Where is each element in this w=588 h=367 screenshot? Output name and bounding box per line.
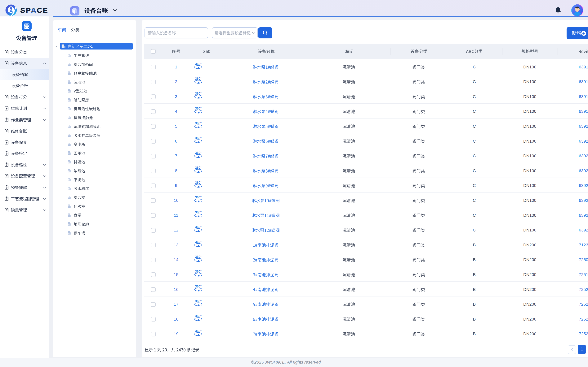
svg-text:360°: 360° [195,285,202,288]
svg-text:360°: 360° [195,299,202,303]
svg-text:S: S [10,8,12,12]
svg-text:360°: 360° [195,329,202,333]
svg-text:360°: 360° [195,166,202,169]
svg-text:360°: 360° [195,240,202,243]
svg-text:360°: 360° [195,92,202,95]
svg-text:360°: 360° [195,270,202,273]
svg-text:360°: 360° [195,196,202,199]
svg-text:360°: 360° [195,136,202,140]
svg-text:360°: 360° [195,255,202,259]
svg-text:360°: 360° [195,225,202,229]
svg-text:360°: 360° [195,107,202,110]
svg-text:360°: 360° [195,121,202,125]
svg-text:360°: 360° [195,62,202,66]
svg-text:360°: 360° [195,181,202,184]
svg-text:360°: 360° [195,77,202,80]
svg-text:360°: 360° [195,314,202,318]
svg-text:360°: 360° [195,151,202,154]
svg-text:360°: 360° [195,210,202,214]
